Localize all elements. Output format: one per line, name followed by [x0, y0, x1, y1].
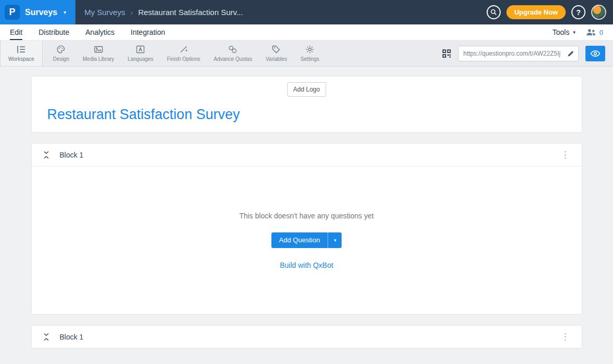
search-icon	[490, 9, 497, 16]
toolbar-item-media-library[interactable]: Media Library	[76, 41, 121, 66]
add-question-split-button: Add Question ▾	[271, 232, 342, 248]
header-actions: Upgrade Now ?	[487, 5, 613, 20]
languages-icon	[136, 45, 145, 54]
empty-block-message: This block doesn't have any questions ye…	[239, 212, 374, 220]
qr-code-button[interactable]	[442, 49, 451, 58]
variables-icon	[271, 45, 281, 54]
advance-quotas-icon	[228, 45, 238, 54]
search-button[interactable]	[487, 5, 501, 19]
toolbar-actions	[442, 41, 613, 66]
collapse-block-button[interactable]	[42, 332, 51, 342]
product-switcher[interactable]: P Surveys ▾	[0, 0, 75, 24]
toolbar-item-languages[interactable]: Languages	[121, 41, 161, 66]
avatar[interactable]	[591, 5, 606, 20]
collapse-icon	[43, 333, 50, 341]
chevron-down-icon: ▾	[63, 9, 66, 15]
eye-icon	[590, 50, 601, 57]
breadcrumb-my-surveys[interactable]: My Surveys	[84, 8, 125, 17]
tab-edit[interactable]: Edit	[10, 24, 22, 40]
toolbar-item-label: Design	[53, 56, 69, 62]
survey-url-input[interactable]	[463, 50, 564, 57]
breadcrumb: My Surveys › Restaurant Satisfaction Sur…	[84, 8, 243, 17]
toolbar-item-label: Languages	[128, 56, 154, 62]
people-icon	[586, 29, 596, 36]
media-library-icon	[94, 45, 103, 54]
block-card: Block 1 ⋮ This block doesn't have any qu…	[31, 143, 582, 315]
breadcrumb-separator: ›	[131, 8, 133, 17]
survey-title[interactable]: Restaurant Satisfaction Survey	[47, 107, 240, 123]
tools-menu[interactable]: Tools ▾	[553, 28, 576, 36]
survey-header-card: Add Logo Restaurant Satisfaction Survey	[31, 76, 582, 133]
build-with-qxbot-link[interactable]: Build with QxBot	[280, 261, 333, 269]
toolbar-item-variables[interactable]: Variables	[259, 41, 294, 66]
add-logo-button[interactable]: Add Logo	[287, 82, 326, 97]
add-question-dropdown[interactable]: ▾	[328, 232, 342, 248]
pencil-icon	[567, 50, 575, 57]
toolbar-item-label: Advance Quotas	[214, 56, 252, 62]
block-header: Block 1 ⋮	[32, 144, 582, 166]
settings-icon	[305, 45, 315, 54]
collaborators-indicator[interactable]: 0	[586, 29, 603, 36]
toolbar-item-design[interactable]: Design	[46, 41, 76, 66]
kebab-icon: ⋮	[561, 150, 570, 160]
help-button[interactable]: ?	[571, 5, 585, 19]
chevron-down-icon: ▾	[334, 238, 336, 243]
design-icon	[56, 45, 66, 54]
toolbar-item-label: Variables	[266, 56, 287, 62]
toolbar-item-label: Workspace	[8, 56, 34, 62]
block-card-2: Block 1 ⋮	[31, 325, 582, 348]
collapse-block-button[interactable]	[42, 150, 51, 160]
survey-editor-content: Add Logo Restaurant Satisfaction Survey …	[0, 67, 613, 348]
nav-actions: Tools ▾ 0	[553, 28, 603, 36]
section-nav: Edit Distribute Analytics Integration To…	[0, 24, 613, 41]
toolbar-item-label: Settings	[301, 56, 319, 62]
add-question-button[interactable]: Add Question	[271, 232, 328, 248]
block-menu-button[interactable]: ⋮	[558, 331, 573, 342]
block-name[interactable]: Block 1	[60, 151, 84, 159]
qr-code-icon	[442, 49, 451, 58]
tab-distribute[interactable]: Distribute	[38, 24, 69, 40]
preview-button[interactable]	[585, 46, 605, 61]
survey-url-field	[458, 46, 579, 61]
toolbar-item-settings[interactable]: Settings	[294, 41, 326, 66]
collapse-icon	[43, 151, 50, 159]
toolbar-item-advance-quotas[interactable]: Advance Quotas	[207, 41, 259, 66]
survey-toolbar: Workspace Design Media Library Languages	[0, 41, 613, 67]
block-menu-button[interactable]: ⋮	[558, 149, 573, 160]
toolbar-item-label: Media Library	[83, 56, 114, 62]
breadcrumb-current: Restaurant Satisfaction Surv...	[138, 8, 243, 17]
chevron-down-icon: ▾	[573, 30, 576, 35]
questionpro-logo: P	[5, 5, 20, 20]
workspace-icon	[16, 45, 27, 54]
product-name: Surveys	[25, 8, 57, 17]
toolbar-item-finish-options[interactable]: Finish Options	[160, 41, 207, 66]
collaborator-count: 0	[599, 29, 603, 36]
block-name[interactable]: Block 1	[60, 333, 84, 341]
block-header: Block 1 ⋮	[32, 326, 582, 348]
toolbar-item-label: Finish Options	[167, 56, 200, 62]
app-header: P Surveys ▾ My Surveys › Restaurant Sati…	[0, 0, 613, 24]
kebab-icon: ⋮	[561, 332, 570, 342]
tab-analytics[interactable]: Analytics	[85, 24, 114, 40]
upgrade-now-button[interactable]: Upgrade Now	[506, 5, 566, 19]
tab-integration[interactable]: Integration	[131, 24, 165, 40]
toolbar-item-workspace[interactable]: Workspace	[0, 41, 43, 66]
finish-options-icon	[179, 45, 188, 54]
tools-label: Tools	[553, 28, 570, 36]
edit-url-button[interactable]	[564, 50, 575, 57]
block-body: This block doesn't have any questions ye…	[32, 166, 582, 314]
